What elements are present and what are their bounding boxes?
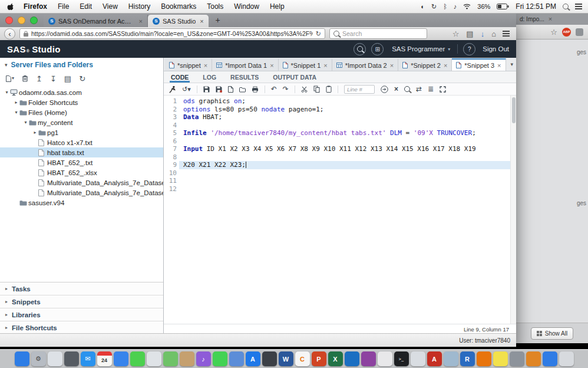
- bookmark-star-icon[interactable]: ☆: [452, 30, 460, 38]
- dock-icon-trash[interactable]: [559, 351, 574, 366]
- dock-icon-itunes[interactable]: ♪: [196, 351, 211, 366]
- tab-close-icon[interactable]: ×: [139, 18, 143, 25]
- view-tab-log[interactable]: LOG: [201, 71, 217, 83]
- dock-icon-mission-control[interactable]: [64, 351, 79, 366]
- role-menu[interactable]: SAS Programmer ▾: [392, 45, 450, 52]
- dock-icon-finder[interactable]: [15, 351, 29, 366]
- document-tab[interactable]: *Snippet 2×: [398, 58, 452, 71]
- spotlight-icon[interactable]: [563, 4, 569, 9]
- downloads-icon[interactable]: ↓: [481, 30, 485, 38]
- code-line[interactable]: options ls=80 ps=50 nodate pageno=1;: [179, 106, 516, 114]
- disclosure-caret[interactable]: ▾: [13, 110, 19, 115]
- browser-tab[interactable]: SSAS OnDemand for Acade...×: [44, 15, 148, 27]
- copy-icon[interactable]: [313, 86, 320, 93]
- clear-code-icon[interactable]: ×: [394, 86, 398, 93]
- refresh-icon[interactable]: ↻: [79, 75, 85, 83]
- code-line[interactable]: [179, 177, 516, 185]
- code-pane[interactable]: ods graphics on;options ls=80 ps=50 noda…: [179, 96, 516, 324]
- dock-icon-vlc[interactable]: [526, 351, 541, 366]
- close-window-button[interactable]: [5, 17, 13, 24]
- home-icon[interactable]: ⌂: [491, 30, 496, 38]
- dock-icon-mail[interactable]: ✉: [81, 351, 95, 366]
- header-search-button[interactable]: [354, 43, 366, 55]
- menu-item-tools[interactable]: Tools: [201, 0, 229, 13]
- tree-item[interactable]: hbat tabs.txt: [0, 147, 163, 157]
- scrollbar-thumb[interactable]: [512, 97, 516, 123]
- document-tab[interactable]: *Snippet 1×: [279, 58, 332, 71]
- sign-out-button[interactable]: Sign Out: [483, 45, 509, 52]
- format-code-icon[interactable]: ≣: [428, 86, 434, 93]
- help-button[interactable]: ?: [463, 43, 475, 55]
- tree-item[interactable]: HBAT_652_.txt: [0, 157, 163, 167]
- dock-icon-firefox[interactable]: [477, 351, 491, 366]
- dock-icon-contacts[interactable]: [180, 351, 194, 366]
- sidebar-section-file-shortcuts[interactable]: ▸File Shortcuts: [0, 321, 163, 334]
- submission-history-icon[interactable]: ↺▾: [182, 86, 191, 93]
- tree-item[interactable]: Hatco x1-x7.txt: [0, 137, 163, 147]
- print-icon[interactable]: [252, 86, 259, 93]
- search-input[interactable]: Search: [329, 28, 427, 39]
- menu-item-help[interactable]: Help: [265, 0, 290, 13]
- sidebar-section-tasks[interactable]: ▸Tasks: [0, 282, 163, 295]
- bluetooth-icon[interactable]: ᛒ: [443, 3, 447, 10]
- code-line[interactable]: [179, 185, 516, 193]
- redo-icon[interactable]: ↷: [283, 86, 289, 93]
- dock-icon-powerpoint[interactable]: P: [312, 351, 326, 366]
- background-tab-close-icon[interactable]: ×: [549, 15, 552, 22]
- back-button[interactable]: ‹: [4, 28, 15, 40]
- extension-icon[interactable]: [576, 28, 583, 36]
- code-editor[interactable]: 123456789101112 ods graphics on;options …: [164, 96, 516, 324]
- menu-item-file[interactable]: File: [52, 0, 74, 13]
- dock-icon-facetime[interactable]: [213, 351, 227, 366]
- menu-item-bookmarks[interactable]: Bookmarks: [156, 0, 201, 13]
- background-tab-label[interactable]: d: Impo...: [520, 16, 544, 22]
- view-tab-results[interactable]: RESULTS: [229, 71, 260, 83]
- dock-icon-utilities[interactable]: [510, 351, 524, 366]
- dock-icon-stickies[interactable]: [493, 351, 508, 366]
- dock-icon-photo-booth[interactable]: [229, 351, 244, 366]
- dock-icon-maps[interactable]: [163, 351, 178, 366]
- wifi-icon[interactable]: [463, 4, 471, 9]
- code-line[interactable]: [179, 153, 516, 162]
- dock-icon-word[interactable]: W: [279, 351, 293, 366]
- menubar-clock[interactable]: Fri 12:51 PM: [516, 2, 556, 11]
- tree-item[interactable]: ▾my_content: [0, 117, 163, 127]
- dock-icon-excel[interactable]: X: [328, 351, 343, 366]
- save-icon[interactable]: [203, 86, 210, 93]
- volume-icon[interactable]: ♪: [454, 3, 457, 10]
- disclosure-caret[interactable]: ▾: [22, 120, 29, 125]
- dock-icon-launchpad[interactable]: [48, 351, 62, 366]
- bookmark-star-icon[interactable]: ☆: [550, 28, 557, 37]
- battery-icon[interactable]: [497, 4, 509, 9]
- open-program-icon[interactable]: [239, 86, 246, 93]
- menu-item-window[interactable]: Window: [229, 0, 265, 13]
- notification-center-icon[interactable]: [575, 4, 582, 5]
- dock-icon-safari[interactable]: [114, 351, 128, 366]
- code-line[interactable]: Input ID X1 X2 X3 X4 X5 X6 X7 X8 X9 X10 …: [179, 145, 516, 153]
- tab-close-icon[interactable]: ×: [200, 18, 203, 25]
- tree-item[interactable]: Multivariate_Data_Analysis_7e_Datasets_E…: [0, 188, 163, 198]
- menu-item-firefox[interactable]: Firefox: [18, 0, 52, 13]
- server-files-section-header[interactable]: ▾ Server Files and Folders: [0, 58, 163, 72]
- cut-icon[interactable]: [301, 86, 308, 93]
- time-machine-icon[interactable]: ↻: [431, 3, 437, 11]
- view-tab-code[interactable]: CODE: [170, 71, 190, 83]
- code-line[interactable]: Data HBAT;: [179, 113, 516, 121]
- dock-icon-preview[interactable]: [444, 351, 458, 366]
- document-tab[interactable]: *Snippet 3×: [452, 58, 506, 71]
- sidebar-section-libraries[interactable]: ▸Libraries: [0, 308, 163, 321]
- tab-overflow-button[interactable]: ▾: [506, 61, 518, 67]
- reading-list-icon[interactable]: ▤: [466, 30, 473, 38]
- convert-icon[interactable]: ⇄: [416, 86, 422, 93]
- display-icon[interactable]: ◐: [421, 3, 425, 10]
- dock-icon-onenote[interactable]: [361, 351, 376, 366]
- new-item-icon[interactable]: ▾: [6, 75, 14, 82]
- find-replace-icon[interactable]: [404, 86, 410, 92]
- sidebar-section-snippets[interactable]: ▸Snippets: [0, 295, 163, 308]
- maximize-icon[interactable]: [440, 86, 446, 93]
- dock-icon-r[interactable]: R: [460, 351, 475, 366]
- disclosure-caret[interactable]: ▾: [4, 90, 10, 95]
- dock-icon-messages[interactable]: [130, 351, 145, 366]
- dock-icon-textedit[interactable]: [411, 351, 425, 366]
- dock-icon-photos[interactable]: [147, 351, 161, 366]
